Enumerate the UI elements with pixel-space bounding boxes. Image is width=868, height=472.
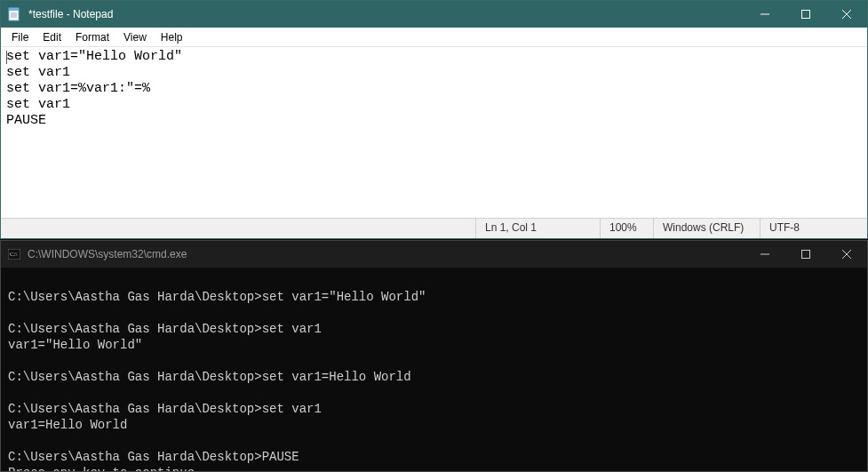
notepad-titlebar[interactable]: *testfile - Notepad	[1, 1, 867, 28]
minimize-button[interactable]	[745, 1, 785, 28]
notepad-title: *testfile - Notepad	[28, 8, 745, 20]
notepad-statusbar: Ln 1, Col 1 100% Windows (CRLF) UTF-8	[1, 218, 867, 238]
close-icon	[842, 10, 851, 19]
svg-rect-1	[9, 8, 19, 11]
cmd-title: C:\WINDOWS\system32\cmd.exe	[28, 248, 745, 260]
menu-help[interactable]: Help	[154, 29, 190, 45]
status-zoom: 100%	[601, 219, 654, 238]
notepad-window: *testfile - Notepad File Edit Format Vie…	[0, 0, 868, 239]
status-encoding: UTF-8	[760, 219, 867, 238]
menu-view[interactable]: View	[116, 29, 154, 45]
cmd-titlebar[interactable]: C:\ C:\WINDOWS\system32\cmd.exe	[1, 241, 867, 268]
cmd-output[interactable]: C:\Users\Aastha Gas Harda\Desktop>set va…	[1, 268, 867, 471]
menu-format[interactable]: Format	[68, 29, 116, 45]
cmd-maximize-button[interactable]	[785, 241, 826, 268]
minimize-icon	[760, 10, 769, 19]
cmd-minimize-button[interactable]	[745, 241, 785, 268]
svg-text:C:\: C:\	[10, 251, 18, 258]
close-button[interactable]	[826, 1, 867, 28]
notepad-icon	[1, 7, 28, 21]
maximize-button[interactable]	[785, 1, 826, 28]
close-icon	[842, 250, 851, 259]
svg-rect-6	[802, 11, 810, 19]
cmd-window: C:\ C:\WINDOWS\system32\cmd.exe C:\Users…	[0, 240, 868, 472]
menu-file[interactable]: File	[4, 29, 36, 45]
maximize-icon	[801, 250, 810, 259]
status-position: Ln 1, Col 1	[476, 219, 601, 238]
maximize-icon	[801, 10, 810, 19]
cmd-icon: C:\	[1, 249, 28, 260]
svg-rect-12	[802, 251, 810, 259]
minimize-icon	[760, 250, 769, 259]
notepad-editor[interactable]: set var1="Hello World" set var1 set var1…	[1, 47, 867, 218]
notepad-menubar: File Edit Format View Help	[1, 28, 867, 47]
cmd-close-button[interactable]	[826, 241, 867, 268]
status-eol: Windows (CRLF)	[654, 219, 760, 238]
editor-content: set var1="Hello World" set var1 set var1…	[6, 49, 182, 128]
menu-edit[interactable]: Edit	[36, 29, 68, 45]
